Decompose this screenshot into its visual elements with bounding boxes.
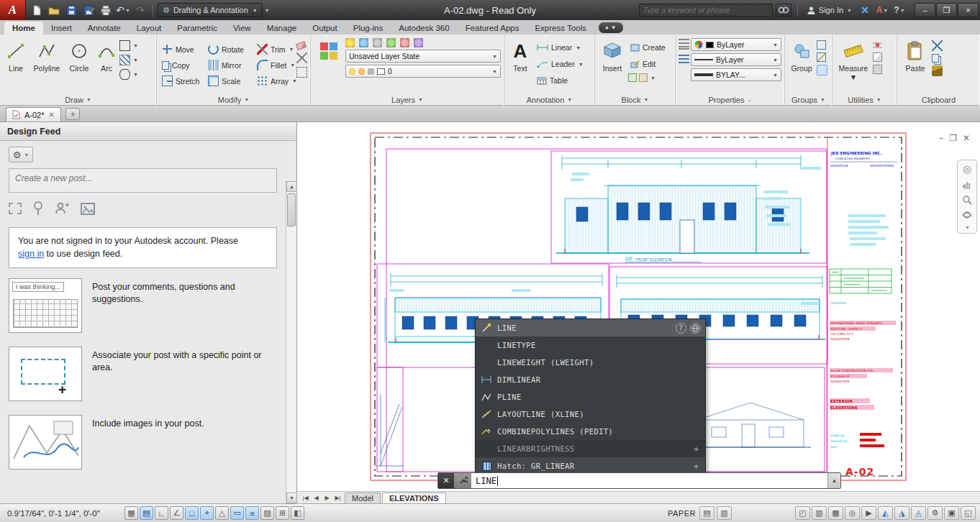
insert-block-button[interactable]: Insert	[598, 37, 627, 93]
pin-icon[interactable]	[33, 201, 43, 216]
suggestion-layoutline[interactable]: LAYOUTLINE (XLINE)	[476, 406, 705, 423]
panel-label-block[interactable]: Block▼	[595, 93, 675, 106]
suggestion-lineweight[interactable]: LINEWEIGHT (LWEIGHT)	[476, 354, 705, 371]
orbit-icon[interactable]	[962, 210, 972, 220]
ribbon-tab-manage[interactable]: Manage	[259, 22, 305, 35]
create-block-button[interactable]: Create	[628, 40, 668, 55]
arc-button[interactable]: Arc	[95, 37, 118, 93]
layer-lock-button[interactable]	[373, 38, 382, 47]
panel-label-modify[interactable]: Modify▼	[157, 93, 310, 106]
undo-dropdown-arrow[interactable]: ▼	[125, 8, 130, 13]
layer-properties-button[interactable]	[314, 37, 344, 93]
ribbon-tab-featured-apps[interactable]: Featured Apps	[458, 22, 527, 35]
copy-clip-button[interactable]	[932, 54, 939, 63]
ribbon-tab-parametric[interactable]: Parametric	[169, 22, 225, 35]
sign-in-button[interactable]: Sign In ▼	[804, 6, 855, 15]
paste-button[interactable]: Paste	[900, 37, 930, 93]
redo-button[interactable]: ↷	[132, 2, 148, 18]
layer-combo[interactable]: 0 ▼	[345, 65, 501, 78]
stretch-button[interactable]: Stretch	[160, 74, 204, 88]
toolbar-lock-button[interactable]: ▣	[944, 506, 959, 520]
move-button[interactable]: Move	[160, 42, 204, 57]
clean-screen-button[interactable]: ◱	[961, 506, 976, 520]
quick-calculator-button[interactable]	[873, 65, 882, 74]
save-as-button[interactable]	[81, 2, 96, 18]
cut-button[interactable]	[932, 40, 943, 51]
design-feed-scrollbar[interactable]: ▲ ▼	[286, 181, 296, 503]
ribbon-tab-home[interactable]: Home	[4, 22, 43, 35]
viewport-maximize-button[interactable]: ◰	[795, 506, 810, 520]
search-button[interactable]	[776, 4, 791, 17]
file-tab-close-icon[interactable]: ✕	[49, 111, 55, 119]
id-point-button[interactable]	[873, 40, 882, 50]
scale-button[interactable]: Scale	[206, 74, 253, 88]
dynamic-ucs-toggle[interactable]: △	[215, 506, 229, 520]
ribbon-tab-output[interactable]: Output	[304, 22, 345, 35]
workspace-combo[interactable]: ⚙ Drafting & Annotation ▼	[158, 3, 263, 17]
navigation-bar[interactable]: ◎ ▼	[957, 160, 977, 234]
model-tab[interactable]: Model	[345, 493, 381, 503]
quick-view-layouts-button[interactable]: ▥	[812, 506, 827, 520]
showmotion-button[interactable]: ▶	[861, 506, 876, 520]
drawing-restore-button[interactable]: ❐	[949, 134, 957, 142]
panel-label-annotation[interactable]: Annotation▼	[504, 93, 594, 106]
drawing-area[interactable]: FRONT ELEVATION	[297, 122, 980, 503]
lineweight-combo[interactable]: BYLAY...▼	[691, 68, 781, 81]
object-color-combo[interactable]: ByLayer▼	[691, 38, 781, 51]
scroll-down-button[interactable]: ▼	[286, 493, 297, 503]
layer-off-button[interactable]	[400, 38, 409, 47]
model-space-button[interactable]: ▤	[699, 506, 714, 520]
table-button[interactable]: Table	[535, 73, 586, 88]
restore-button[interactable]: ❐	[936, 3, 957, 17]
leader-button[interactable]: Leader▼	[535, 57, 586, 71]
suggestion-dimlinear[interactable]: DIMLINEAR	[476, 371, 705, 388]
expand-category-icon[interactable]: ＋	[692, 460, 701, 472]
minimize-button[interactable]: –	[915, 3, 935, 17]
pan-icon[interactable]	[962, 180, 972, 190]
ortho-mode-toggle[interactable]: ∟	[155, 506, 168, 520]
plot-button[interactable]	[98, 2, 114, 18]
ribbon-tab-layout[interactable]: Layout	[129, 22, 170, 35]
command-line[interactable]: ✕ LINE ▲	[437, 472, 841, 489]
layer-match-button[interactable]	[414, 38, 423, 47]
circle-button[interactable]: Circle	[65, 37, 94, 93]
set-base-point-button[interactable]	[639, 73, 648, 82]
sign-in-link[interactable]: sign in	[18, 249, 44, 259]
ribbon-display-toggle[interactable]: ●▼	[599, 22, 623, 33]
selection-cycling-toggle[interactable]: ◧	[291, 506, 304, 520]
command-search-internet-icon[interactable]	[690, 323, 701, 334]
attach-image-icon[interactable]	[81, 203, 95, 215]
command-input[interactable]: LINE	[471, 473, 827, 488]
expand-category-icon[interactable]: ＋	[692, 443, 701, 455]
array-button[interactable]: Array▼	[255, 74, 295, 88]
trim-button[interactable]: Trim▼	[255, 42, 295, 57]
layer-on-button[interactable]	[345, 38, 355, 47]
quick-view-button[interactable]: ▥	[717, 506, 732, 520]
first-layout-button[interactable]: |◀	[300, 495, 311, 501]
file-tab-a02[interactable]: A-02* ✕	[6, 107, 61, 122]
quick-properties-toggle[interactable]: ⊞	[276, 506, 289, 520]
suggestion-combinepolylines[interactable]: COMBINEPOLYLINES (PEDIT)	[476, 423, 705, 440]
copy-button[interactable]: Copy	[160, 58, 204, 73]
application-menu-button[interactable]: A	[0, 0, 26, 20]
tag-person-icon[interactable]	[55, 202, 69, 215]
properties-list-button[interactable]	[679, 52, 689, 63]
command-help-icon[interactable]: ?	[676, 323, 686, 334]
panel-label-utilities[interactable]: Utilities▼	[832, 93, 897, 106]
command-close-button[interactable]: ✕	[438, 473, 454, 488]
measure-button[interactable]: Measure ▼	[835, 37, 871, 93]
transparency-toggle[interactable]: ▨	[260, 506, 274, 520]
ellipse-tool-button[interactable]	[119, 69, 130, 80]
command-customize-button[interactable]	[454, 473, 471, 488]
panel-label-draw[interactable]: Draw▼	[0, 93, 156, 106]
save-button[interactable]	[63, 2, 79, 18]
suggestion-pline[interactable]: PLINE	[476, 388, 705, 406]
select-area-icon[interactable]	[9, 203, 22, 214]
group-button[interactable]: Group	[788, 37, 815, 93]
undo-button[interactable]: ↶▼	[115, 2, 131, 18]
rotate-button[interactable]: Rotate	[206, 42, 253, 57]
next-layout-button[interactable]: ▶	[322, 495, 332, 501]
command-history-button[interactable]: ▲	[827, 473, 840, 488]
new-button[interactable]	[29, 2, 45, 18]
annotation-autoscale-button[interactable]: ◬	[911, 506, 926, 520]
